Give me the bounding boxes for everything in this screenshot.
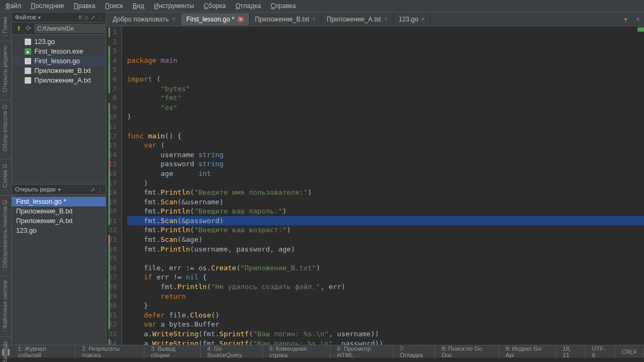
menu-item[interactable]: Инструменты xyxy=(154,2,194,10)
line-number: 27 xyxy=(108,272,117,282)
chevron-down-icon[interactable]: ▾ xyxy=(620,16,632,23)
menu-item[interactable]: Сборка xyxy=(204,2,226,10)
chevron-down-icon[interactable]: ▾ xyxy=(58,187,61,193)
code-line[interactable]: func main() { xyxy=(127,131,644,141)
status-panel-tab[interactable]: 6: Просмотр HTML xyxy=(331,345,393,358)
main-menu: ФайлПоследниеПравкаПоискВидИнструментыСб… xyxy=(0,0,644,12)
more-icon[interactable]: ⋮ xyxy=(97,14,103,20)
close-icon[interactable]: × xyxy=(632,16,644,23)
line-number: 11 xyxy=(108,122,117,131)
code-line[interactable]: } xyxy=(127,301,644,311)
chevron-down-icon[interactable]: ▾ xyxy=(38,14,41,20)
code-line[interactable]: fmt.Scan(&age) xyxy=(127,235,644,245)
tool-icon[interactable]: ⎘ xyxy=(79,14,82,20)
code-line[interactable]: username string xyxy=(127,150,644,160)
change-bar-icon xyxy=(108,282,110,292)
line-number: 31 xyxy=(108,311,117,320)
code-line[interactable]: "fmt" xyxy=(127,93,644,103)
vertical-tab[interactable]: : Обзор классов G xyxy=(0,100,11,159)
vertical-tab[interactable]: : Файловая систем xyxy=(0,276,11,337)
vertical-tab[interactable]: : Папки xyxy=(0,12,11,41)
code-line[interactable]: fmt.Println("Не удалось создать файл.", … xyxy=(127,282,644,292)
open-file-item[interactable]: First_lesson.go * xyxy=(12,197,106,206)
menu-item[interactable]: Поиск xyxy=(105,2,123,10)
menu-item[interactable]: Файл xyxy=(5,2,21,10)
code-line[interactable]: fmt.Println(username, password, age) xyxy=(127,245,644,254)
open-file-item[interactable]: Приложение_B.txt xyxy=(12,206,106,216)
editor-tab[interactable]: Приложение_B.txt× xyxy=(250,13,321,25)
code-line[interactable] xyxy=(127,122,644,131)
menu-item[interactable]: Отладка xyxy=(236,2,261,10)
code-line[interactable]: age int xyxy=(127,169,644,179)
status-panel-tab[interactable]: 5: Командная строка xyxy=(263,345,331,358)
code-line[interactable]: defer file.Close() xyxy=(127,311,644,320)
editor-tab[interactable]: 123.go× xyxy=(393,13,431,25)
code-line[interactable]: fmt.Println("Введите ваш возраст:") xyxy=(127,225,644,235)
code-line[interactable] xyxy=(127,254,644,263)
editor-tab[interactable]: Добро пожаловать× xyxy=(107,13,181,25)
more-icon[interactable]: ⋮ xyxy=(97,187,103,193)
refresh-icon[interactable]: ⟳ xyxy=(25,25,32,32)
code-line[interactable]: "os" xyxy=(127,103,644,113)
file-item[interactable]: Приложение_A.txt xyxy=(12,76,106,85)
close-icon[interactable]: × xyxy=(172,16,175,22)
code-line[interactable]: "bytes" xyxy=(127,84,644,94)
open-file-item[interactable]: Приложение_A.txt xyxy=(12,216,106,226)
code-line[interactable]: file, err := os.Create("Приложение_B.txt… xyxy=(127,263,644,273)
code-line[interactable]: var ( xyxy=(127,141,644,150)
line-number: 6 xyxy=(108,75,117,84)
editor-tab[interactable]: First_lesson.go *× xyxy=(181,13,250,25)
line-number: 30 xyxy=(108,301,117,311)
close-icon[interactable]: × xyxy=(312,16,316,22)
vertical-tab[interactable]: : Обозреватель пакетов G xyxy=(0,196,11,276)
vertical-tab[interactable]: : Схема G xyxy=(0,159,11,196)
code-line[interactable] xyxy=(127,65,644,75)
code-area[interactable]: 1234567891011121314151617181920212223242… xyxy=(106,26,644,345)
tool-icon[interactable]: ⤢ xyxy=(91,14,95,20)
status-panel-tab[interactable]: 8: Поиск по Go Doc xyxy=(435,345,499,358)
code-line[interactable]: import ( xyxy=(127,75,644,84)
menu-item[interactable]: Правка xyxy=(74,2,96,10)
code-line[interactable]: var a bytes.Buffer xyxy=(127,320,644,329)
open-file-item[interactable]: 123.go xyxy=(12,226,106,235)
file-item[interactable]: ▸First_lesson.exe xyxy=(12,47,106,56)
status-encoding[interactable]: UTF-8 xyxy=(586,345,615,358)
close-icon[interactable]: × xyxy=(238,17,244,22)
status-panel-tab[interactable]: 2: Результаты поиска xyxy=(76,345,144,358)
path-input[interactable] xyxy=(34,24,114,33)
status-panel-tab[interactable]: 3: Вывод сборки xyxy=(144,345,201,358)
code-body[interactable]: package mainimport ( "bytes" "fmt" "os")… xyxy=(122,26,644,345)
up-icon[interactable]: ⬆ xyxy=(15,25,23,32)
code-line[interactable]: fmt.Println("Введите имя пользователя:") xyxy=(127,188,644,197)
code-line[interactable]: password string xyxy=(127,159,644,169)
vertical-tab[interactable]: : Закладк xyxy=(0,337,11,362)
code-line[interactable]: fmt.Scan(&password) xyxy=(127,216,644,226)
code-line[interactable]: fmt.Println("Введите ваш пароль:") xyxy=(127,206,644,216)
close-icon[interactable]: × xyxy=(384,16,387,22)
line-number: 23 xyxy=(108,235,117,245)
vertical-tab[interactable]: : Открыть редакто xyxy=(0,41,11,100)
code-line[interactable]: package main xyxy=(127,56,644,65)
menu-item[interactable]: Справка xyxy=(270,2,296,10)
close-icon[interactable]: × xyxy=(421,16,425,22)
status-panel-tab[interactable]: 9: Индекс Go Api xyxy=(499,345,557,358)
file-item[interactable]: 123.go xyxy=(12,37,106,47)
code-line[interactable]: return xyxy=(127,292,644,301)
tool-icon[interactable]: ◇ xyxy=(84,14,89,20)
code-line[interactable]: ) xyxy=(127,179,644,188)
tool-icon[interactable]: ⤢ xyxy=(91,187,95,193)
code-line[interactable]: fmt.Scan(&username) xyxy=(127,197,644,207)
status-panel-tab[interactable]: 7: Отладка xyxy=(393,345,435,358)
status-eol[interactable]: CRLF xyxy=(615,349,644,355)
code-line[interactable]: if err != nil { xyxy=(127,272,644,282)
code-line[interactable]: ) xyxy=(127,112,644,122)
status-panel-tab[interactable]: 4: Go SourceQuery xyxy=(201,345,263,358)
file-item[interactable]: First_lesson.go xyxy=(12,56,106,66)
status-panel-tab[interactable]: 1: Журнал событий xyxy=(11,345,75,358)
code-line[interactable]: a.WriteString(fmt.Sprintf("Ваш пароль: %… xyxy=(127,339,644,345)
menu-item[interactable]: Вид xyxy=(133,2,144,10)
menu-item[interactable]: Последние xyxy=(31,2,64,10)
editor-tab[interactable]: Приложение_A.txt× xyxy=(321,13,393,25)
code-line[interactable]: a.WriteString(fmt.Sprintf("Ваш логин: %s… xyxy=(127,329,644,339)
file-item[interactable]: Приложение_B.txt xyxy=(12,66,106,76)
